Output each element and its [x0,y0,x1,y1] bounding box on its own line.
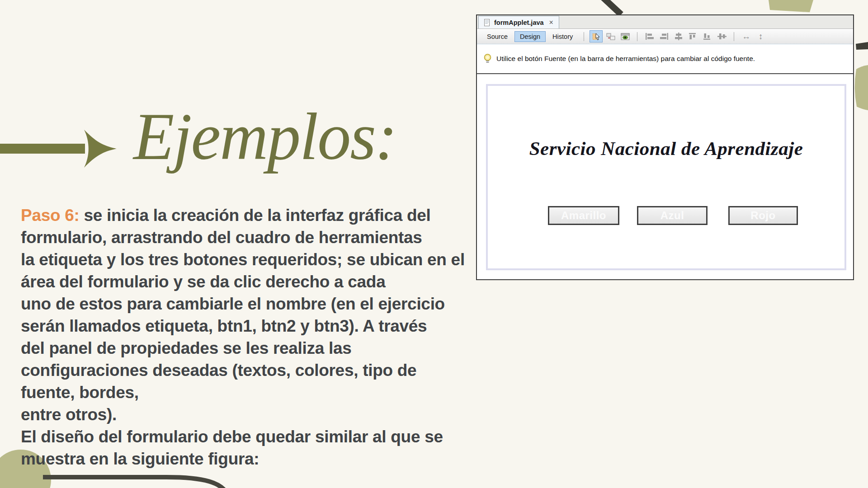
resize-horizontal-icon[interactable]: ↔ [740,30,753,42]
center-horizontal-icon[interactable] [672,30,685,42]
paragraph-line: la etiqueta y los tres botones requerido… [21,249,545,271]
paragraph-line: serán llamados etiqueta, btn1, btn2 y bt… [21,315,545,337]
paragraph-line: área del formulario y se da clic derecho… [21,271,545,293]
paragraph-line: uno de estos para cambiarle el nombre (e… [21,293,545,315]
toolbar-separator [637,32,637,41]
hint-bar: Utilice el botón Fuente (en la barra de … [477,44,853,74]
form-button-rojo[interactable]: Rojo [728,206,798,225]
sage-rect-decoration [769,0,813,12]
editor-toolbar: Source Design History [477,29,853,44]
editor-tab-bar: formApplet.java × [477,15,853,29]
paragraph-line-text: se inicia la creación de la interfaz grá… [80,206,431,225]
java-file-icon [484,19,491,26]
step-paragraph: Paso 6: se inicia la creación de la inte… [21,204,545,470]
lightbulb-icon [484,54,491,64]
tab-label: formApplet.java [494,19,544,26]
toolbar-separator [734,32,734,41]
page-title: Ejemplos: [133,103,396,170]
align-top-row-icon[interactable] [686,30,699,42]
form-button-azul[interactable]: Azul [637,206,708,225]
center-vertical-icon[interactable] [715,30,728,42]
paragraph-line: formulario, arrastrando del cuadro de he… [21,226,545,249]
paragraph-line: configuraciones deseadas (textos, colore… [21,359,545,381]
selection-mode-icon[interactable] [590,30,603,42]
align-bottom-row-icon[interactable] [701,30,714,42]
step-label: Paso 6: [21,206,80,225]
paragraph-line: muestra en la siguiente figura: [21,448,545,470]
paragraph-line: del panel de propiedades se les realiza … [21,337,545,359]
view-button-history[interactable]: History [547,31,578,42]
paragraph-line: El diseño del formulario debe quedar sim… [21,426,545,448]
connection-mode-icon[interactable] [604,30,617,42]
form-title-label: Servicio Nacional de Aprendizaje [488,137,844,160]
preview-design-icon[interactable] [618,30,632,42]
diagonal-line-decoration [602,0,621,14]
view-button-source[interactable]: Source [481,31,513,42]
dash-decoration [856,42,868,50]
resize-vertical-icon[interactable]: ↕ [754,30,767,42]
curved-line-decoration [43,477,228,488]
align-left-column-icon[interactable] [643,30,656,42]
align-right-column-icon[interactable] [657,30,670,42]
toolbar-separator [584,32,584,41]
arrow-icon [0,130,117,168]
paragraph-line: Paso 6: se inicia la creación de la inte… [21,204,545,226]
tab-formapplet[interactable]: formApplet.java × [478,16,559,28]
close-icon[interactable]: × [547,19,553,27]
sage-blob-decoration [855,65,868,110]
form-button-amarillo[interactable]: Amarillo [548,206,619,225]
hint-text: Utilice el botón Fuente (en la barra de … [496,55,755,63]
paragraph-line: entre otros). [21,404,545,426]
paragraph-line: fuente, bordes, [21,381,545,404]
view-button-design[interactable]: Design [514,31,546,42]
